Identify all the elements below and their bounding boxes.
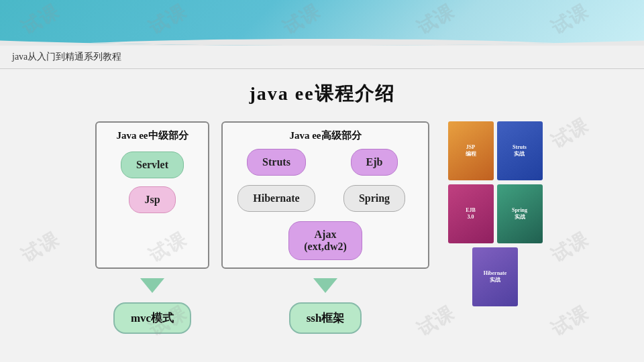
book-ejb: EJB3.0 (448, 184, 494, 243)
slide: java ee课程介绍 Java ee中级部分 Servlet Jsp mvc模… (0, 69, 644, 362)
slide-title: java ee课程介绍 (15, 81, 629, 107)
book-ejb-label: EJB3.0 (464, 206, 477, 221)
breadcrumb-text: java从入门到精通系列教程 (12, 52, 121, 62)
intermediate-box: Java ee中级部分 Servlet Jsp (95, 121, 209, 269)
advanced-grid: Struts Ejb Hibernate Spring Ajax(ext,dw2… (232, 149, 419, 260)
ssh-label: ssh框架 (289, 302, 362, 334)
mvc-label: mvc模式 (113, 302, 191, 334)
breadcrumb: java从入门到精通系列教程 (0, 46, 644, 69)
hibernate-pill: Hibernate (237, 185, 315, 212)
book-row-1: JSP编程 Struts实战 (441, 121, 549, 180)
books-column: JSP编程 Struts实战 EJB3.0 Spring实战 (441, 121, 549, 306)
ajax-center: Ajax(ext,dw2) (288, 221, 362, 260)
intermediate-arrow (140, 278, 164, 293)
book-struts: Struts实战 (497, 121, 543, 180)
advanced-box-title: Java ee高级部分 (232, 129, 419, 142)
advanced-arrow (313, 278, 337, 293)
book-jsp: JSP编程 (448, 121, 494, 180)
advanced-column: Java ee高级部分 Struts Ejb Hibernate Spring … (221, 121, 429, 334)
book-hibernate: Hibernate实战 (472, 247, 518, 306)
servlet-pill: Servlet (121, 152, 184, 178)
spring-pill: Spring (343, 185, 405, 212)
book-spring-label: Spring实战 (511, 206, 529, 221)
struts-pill: Struts (247, 149, 306, 176)
advanced-box: Java ee高级部分 Struts Ejb Hibernate Spring … (221, 121, 429, 269)
book-row-2: EJB3.0 Spring实战 (441, 184, 549, 243)
book-row-3: Hibernate实战 (441, 247, 549, 306)
content-row: Java ee中级部分 Servlet Jsp mvc模式 Java ee高级部… (15, 121, 629, 334)
book-hibernate-label: Hibernate实战 (482, 269, 508, 284)
intermediate-pills: Servlet Jsp (121, 152, 184, 213)
ajax-pill: Ajax(ext,dw2) (288, 221, 362, 260)
book-jsp-label: JSP编程 (464, 143, 478, 158)
main-area: java从入门到精通系列教程 java ee课程介绍 Java ee中级部分 S… (0, 46, 644, 362)
jsp-pill: Jsp (129, 186, 175, 213)
intermediate-box-title: Java ee中级部分 (116, 129, 188, 142)
ejb-pill: Ejb (351, 149, 398, 176)
book-spring: Spring实战 (497, 184, 543, 243)
top-wave-decoration (0, 0, 644, 46)
intermediate-column: Java ee中级部分 Servlet Jsp mvc模式 (95, 121, 209, 334)
book-struts-label: Struts实战 (511, 143, 528, 158)
